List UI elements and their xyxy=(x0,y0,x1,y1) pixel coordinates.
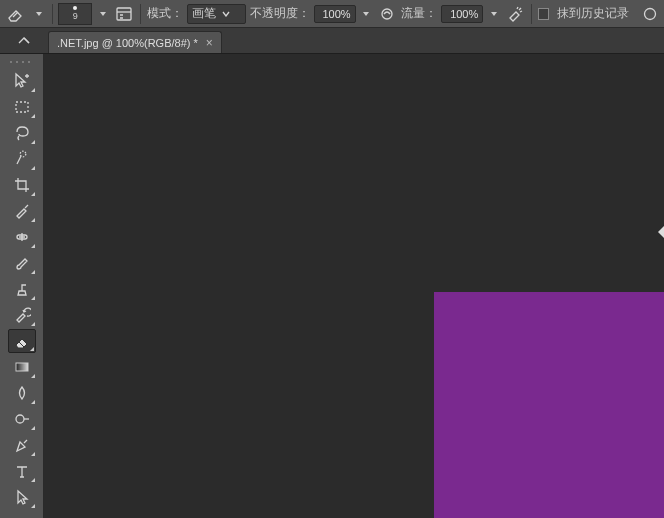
flow-input[interactable]: 100% xyxy=(441,5,483,23)
options-bar: 9 模式： 画笔 不透明度： 100% 流量： 100% 抹到历史记录 xyxy=(0,0,664,28)
svg-point-2 xyxy=(644,8,655,19)
crop-tool[interactable] xyxy=(8,173,36,197)
dodge-tool[interactable] xyxy=(8,407,36,431)
svg-point-3 xyxy=(10,61,12,63)
svg-rect-0 xyxy=(117,8,131,20)
path-selection-tool[interactable] xyxy=(8,485,36,509)
flow-label: 流量： xyxy=(401,5,437,22)
tool-preset-picker[interactable] xyxy=(32,3,45,25)
blend-mode-label: 模式： xyxy=(147,5,183,22)
brush-preset-dropdown[interactable] xyxy=(96,3,109,25)
document-tab-title: .NET.jpg @ 100%(RGB/8#) * xyxy=(57,37,198,49)
canvas-object[interactable] xyxy=(434,292,664,518)
history-brush-tool[interactable] xyxy=(8,303,36,327)
erase-to-history-label: 抹到历史记录 xyxy=(557,5,629,22)
quick-selection-tool[interactable] xyxy=(8,147,36,171)
document-tabstrip: .NET.jpg @ 100%(RGB/8#) * × xyxy=(0,28,664,54)
chevron-down-icon xyxy=(220,8,232,20)
brush-preset-picker[interactable]: 9 xyxy=(58,3,92,25)
opacity-dropdown[interactable] xyxy=(360,3,373,25)
eraser-icon xyxy=(4,3,28,25)
clone-stamp-tool[interactable] xyxy=(8,277,36,301)
erase-to-history-checkbox[interactable] xyxy=(538,8,549,20)
canvas-area[interactable] xyxy=(44,54,664,518)
pen-tool[interactable] xyxy=(8,433,36,457)
lasso-tool[interactable] xyxy=(8,121,36,145)
tools-panel xyxy=(0,54,44,518)
type-tool[interactable] xyxy=(8,459,36,483)
airbrush-toggle[interactable] xyxy=(504,4,525,24)
brush-size-label: 9 xyxy=(73,12,78,21)
healing-brush-tool[interactable] xyxy=(8,225,36,249)
size-pressure-toggle[interactable] xyxy=(639,4,660,24)
svg-point-11 xyxy=(16,415,24,423)
move-tool[interactable] xyxy=(8,69,36,93)
svg-point-6 xyxy=(28,61,30,63)
scroll-indicator-icon xyxy=(658,226,664,238)
rectangular-marquee-tool[interactable] xyxy=(8,95,36,119)
flow-dropdown[interactable] xyxy=(487,3,500,25)
document-tab[interactable]: .NET.jpg @ 100%(RGB/8#) * × xyxy=(48,31,222,53)
svg-point-8 xyxy=(20,151,26,157)
brush-tool[interactable] xyxy=(8,251,36,275)
opacity-label: 不透明度： xyxy=(250,5,310,22)
close-icon[interactable]: × xyxy=(206,36,213,50)
svg-rect-10 xyxy=(16,363,28,371)
opacity-value: 100% xyxy=(323,8,351,20)
blend-mode-value: 画笔 xyxy=(192,5,216,22)
opacity-pressure-toggle[interactable] xyxy=(377,4,398,24)
blend-mode-select[interactable]: 画笔 xyxy=(187,4,246,24)
svg-point-1 xyxy=(382,9,392,19)
tabstrip-expand-icon[interactable] xyxy=(0,28,48,53)
eyedropper-tool[interactable] xyxy=(8,199,36,223)
svg-rect-7 xyxy=(16,102,28,112)
svg-point-4 xyxy=(16,61,18,63)
gradient-tool[interactable] xyxy=(8,355,36,379)
blur-tool[interactable] xyxy=(8,381,36,405)
eraser-tool[interactable] xyxy=(8,329,36,353)
flow-value: 100% xyxy=(450,8,478,20)
brush-panel-toggle[interactable] xyxy=(113,4,134,24)
opacity-input[interactable]: 100% xyxy=(314,5,356,23)
svg-point-5 xyxy=(22,61,24,63)
panel-grip[interactable] xyxy=(3,58,41,66)
